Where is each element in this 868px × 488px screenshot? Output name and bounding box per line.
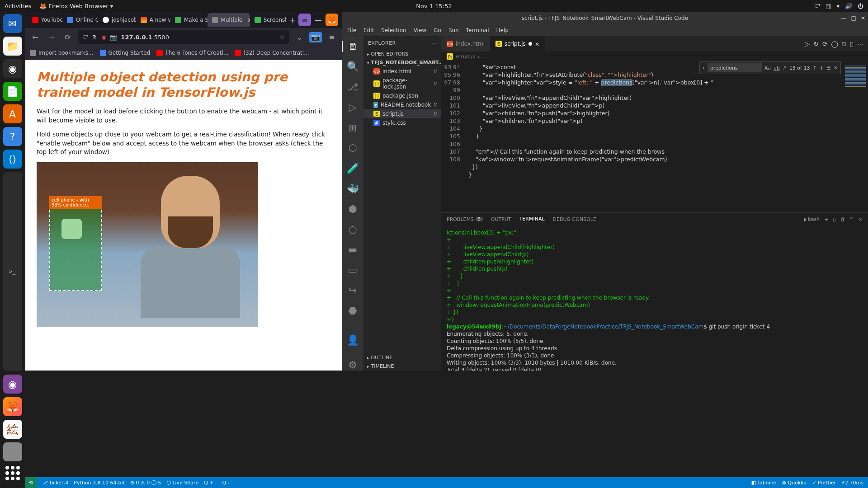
extra-icon[interactable]: ⬣ (342, 305, 363, 316)
cam-icon[interactable]: 📷 (110, 34, 117, 41)
file-item[interactable]: JSscript.jsM (363, 109, 441, 118)
bookmark-star-icon[interactable]: ☆ (279, 34, 285, 41)
maximize-button[interactable]: □ (851, 15, 856, 21)
close-button[interactable]: ✕ (861, 15, 865, 21)
extensions-icon[interactable]: ⊞ (342, 122, 363, 133)
find-prev-icon[interactable]: ↑ (812, 65, 816, 71)
address-bar[interactable]: 🛡 🗎 ◉ 📷 127.0.0.1:5500 ☆ (78, 30, 289, 44)
settings-gear-icon[interactable]: ⚙ (342, 359, 363, 371)
status-item[interactable]: ⬡ Live Share (166, 480, 198, 486)
bookmark-item[interactable]: Getting Started (100, 50, 151, 56)
reload-button[interactable]: ⟳ (61, 33, 74, 42)
run-debug-icon[interactable]: ▷ (342, 102, 363, 113)
cam-toolbar-icon[interactable]: 📷 (309, 32, 322, 42)
bookmark-item[interactable]: (32) Deep Concentrati... (235, 50, 309, 56)
editor-tab[interactable]: JSscript.js× (490, 36, 545, 52)
find-close-icon[interactable]: ✕ (834, 65, 838, 71)
file-item[interactable]: ▾README.notebookM (363, 100, 441, 109)
shield-icon[interactable]: 🛡 (814, 3, 820, 9)
minimize-button[interactable]: — (315, 16, 322, 24)
extra-icon[interactable]: ▬ (342, 244, 363, 255)
extra-icon[interactable]: ⬢ (342, 203, 363, 215)
browser-tab[interactable]: YouTube (28, 13, 62, 27)
tab-debug-console[interactable]: DEBUG CONSOLE (553, 216, 596, 222)
browser-tab[interactable]: Make a S (170, 13, 208, 27)
menu-help[interactable]: Help (496, 27, 509, 33)
perm-icon[interactable]: ◉ (101, 34, 106, 41)
wifi-icon[interactable]: ▾ (836, 3, 840, 9)
tab-problems[interactable]: PROBLEMS5 (447, 216, 483, 222)
source-control-icon[interactable]: ⎇ (342, 81, 363, 93)
menu-selection[interactable]: Selection (381, 27, 406, 33)
find-input[interactable] (708, 63, 762, 72)
docker-icon[interactable]: 🐳 (342, 183, 363, 194)
find-regex-icon[interactable]: .* (783, 65, 787, 71)
browser-tab[interactable]: joshjacob (98, 13, 136, 27)
extension-icon[interactable]: ∞ (298, 14, 311, 26)
find-case-icon[interactable]: Aa (764, 65, 771, 71)
debug-icon[interactable]: ◯ (831, 40, 839, 48)
browser-tab[interactable]: A new v (136, 13, 170, 27)
split-icon[interactable]: ▯ (850, 40, 854, 48)
dock-files[interactable]: 📁 (3, 37, 22, 56)
status-item[interactable]: Q - · (222, 480, 233, 486)
find-word-icon[interactable]: ab (774, 65, 780, 71)
close-tab-icon[interactable]: × (247, 16, 250, 23)
extra-icon[interactable]: ↪ (342, 285, 363, 296)
status-item[interactable]: ◎ Quokka (782, 480, 807, 486)
outline-section[interactable]: ▸OUTLINE (363, 353, 441, 362)
close-icon[interactable]: × (535, 41, 540, 47)
more-icon[interactable]: ⋯ (857, 40, 863, 48)
extra-icon[interactable]: ○ (342, 224, 363, 235)
dock-tor[interactable]: ◉ (3, 375, 22, 394)
code-editor[interactable]: 93 94 95 96 97 98 99 100 101 102 103 104… (441, 61, 868, 212)
activities-button[interactable]: Activities (5, 3, 31, 9)
menu-go[interactable]: Go (434, 27, 441, 33)
find-next-icon[interactable]: ↓ (820, 65, 824, 71)
site-info-icon[interactable]: 🗎 (92, 34, 98, 41)
more-icon[interactable]: ⋯ (432, 40, 437, 46)
remote-indicator[interactable]: ⟲ (25, 477, 37, 488)
status-item[interactable]: Q + · (204, 480, 217, 486)
search-icon[interactable]: 🔍 (342, 61, 363, 72)
editor-tab[interactable]: <>index.html (441, 36, 490, 52)
dock-rhythmbox[interactable]: ◉ (3, 59, 22, 78)
accounts-icon[interactable]: 👤 (342, 334, 363, 346)
menu-edit[interactable]: Edit (363, 27, 374, 33)
dock-terminal[interactable]: >_ (3, 172, 22, 371)
file-item[interactable]: #style.css (363, 118, 441, 127)
forward-button[interactable]: → (45, 33, 58, 42)
terminal-shell-select[interactable]: ◗ bash (804, 216, 820, 222)
timeline-section[interactable]: ▸TIMELINE (363, 362, 441, 371)
python-indicator[interactable]: Python 3.8.10 64-bit (74, 480, 124, 486)
dock-firefox[interactable]: 🦊 (3, 397, 22, 416)
restart-icon[interactable]: ↻ (813, 40, 819, 48)
diff-icon[interactable]: ⧉ (842, 40, 846, 48)
hamburger-menu[interactable]: ≡ (326, 33, 338, 42)
file-item[interactable]: <>index.htmlM (363, 67, 441, 76)
browser-tab[interactable]: Online C (62, 13, 98, 27)
find-widget[interactable]: › Aa ab .* 13 of 13 ↑ ↓ ☰ ✕ (699, 61, 841, 74)
new-terminal-icon[interactable]: + (824, 216, 828, 222)
open-editors-section[interactable]: ▸OPEN EDITORS (363, 50, 441, 58)
back-button[interactable]: ← (29, 33, 42, 42)
menu-run[interactable]: Run (448, 27, 459, 33)
project-section[interactable]: ▾TFJS_NOTEBOOK_SMART... (363, 58, 441, 67)
new-tab-button[interactable]: + (287, 16, 298, 24)
extra-icon[interactable]: ▭ (342, 264, 363, 276)
file-item[interactable]: {}package.json (363, 91, 441, 100)
status-item[interactable]: ⊘ 0 ⚠ 0 ⓘ 5 (130, 479, 161, 486)
status-item[interactable]: ✓ Prettier (812, 480, 836, 486)
status-item[interactable]: ⚡2.70ms (841, 480, 863, 486)
tab-terminal[interactable]: TERMINAL (519, 216, 545, 222)
bookmark-item[interactable]: Import bookmarks... (30, 50, 94, 56)
app-menu[interactable]: 🦊 Firefox Web Browser ▾ (39, 3, 113, 9)
menu-terminal[interactable]: Terminal (466, 27, 489, 33)
show-applications[interactable] (5, 465, 21, 481)
browser-tab[interactable]: Screensh (250, 13, 287, 27)
dock-software[interactable]: A (3, 104, 22, 123)
file-item[interactable]: {}package-lock.jsonM (363, 76, 441, 91)
find-selection-icon[interactable]: ☰ (826, 65, 831, 71)
kill-terminal-icon[interactable]: 🗑 (840, 216, 845, 222)
minimize-button[interactable]: — (841, 15, 847, 21)
